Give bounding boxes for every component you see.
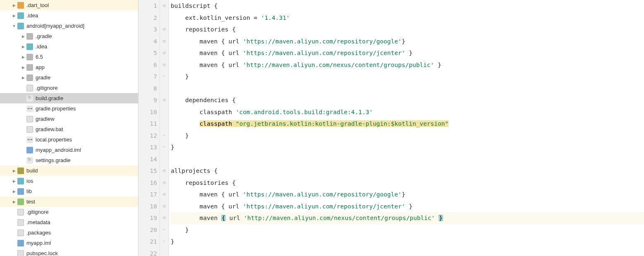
code-line[interactable]: classpath 'com.android.tools.build:gradl… <box>171 106 644 118</box>
line-number: 5 <box>146 47 157 59</box>
tree-item-localproperties[interactable]: ▶local.properties <box>0 134 138 145</box>
code-line[interactable]: repositories { <box>171 177 644 189</box>
code-token: maven { url <box>171 62 243 68</box>
fold-open-icon[interactable]: ⊟ <box>160 189 169 201</box>
fold-open-icon[interactable]: ⊟ <box>160 212 169 224</box>
chevron-right-icon[interactable]: ▶ <box>11 178 17 184</box>
code-line[interactable]: } <box>171 224 644 236</box>
code-line[interactable]: dependencies { <box>171 94 644 106</box>
tree-item-label: .metadata <box>26 219 50 225</box>
tree-item-gradlew[interactable]: ▶gradlew <box>0 114 138 124</box>
tree-item-buildgradle[interactable]: ▶build.gradle <box>0 93 138 103</box>
code-token: 'http://maven.aliyun.com/nexus/content/g… <box>244 215 435 221</box>
code-line[interactable]: maven { url 'https://maven.aliyun.com/re… <box>171 189 644 201</box>
code-area[interactable]: buildscript { ext.kotlin_version = '1.4.… <box>169 0 644 256</box>
code-line[interactable]: ext.kotlin_version = '1.4.31' <box>171 12 644 24</box>
tree-item-label: .idea <box>36 43 47 50</box>
file-icon <box>26 126 33 133</box>
tree-item-gitignore[interactable]: ▶.gitignore <box>0 207 138 217</box>
code-line[interactable]: repositories { <box>171 24 644 36</box>
tree-item-idea[interactable]: ▶.idea <box>0 10 138 21</box>
fold-open-icon[interactable]: ⊟ <box>160 59 169 71</box>
tree-item-build[interactable]: ▶build <box>0 165 138 176</box>
tree-item-settingsgradle[interactable]: ▶settings.gradle <box>0 155 138 165</box>
fold-close-icon[interactable]: ⌐ <box>160 236 169 248</box>
tree-item-65[interactable]: ▶6.5 <box>0 52 138 62</box>
code-token: url <box>226 215 244 221</box>
code-editor[interactable]: 12345678910111213141516171819202122 ⊟⊟⊟⊟… <box>138 0 644 256</box>
code-token: "org.jetbrains.kotlin:kotlin-gradle-plug… <box>236 120 448 127</box>
fold-none <box>160 12 169 24</box>
code-token: classpath <box>171 109 236 115</box>
line-number: 11 <box>146 118 157 130</box>
code-line[interactable]: } <box>171 130 644 142</box>
chevron-right-icon[interactable]: ▶ <box>11 199 17 205</box>
fold-open-icon[interactable]: ⊟ <box>160 24 169 36</box>
fold-open-icon[interactable]: ⊟ <box>160 36 169 48</box>
tree-item-test[interactable]: ▶test <box>0 196 138 207</box>
fold-close-icon[interactable]: ⌐ <box>160 141 169 153</box>
tree-item-app[interactable]: ▶app <box>0 62 138 72</box>
fold-open-icon[interactable]: ⊟ <box>160 94 169 106</box>
tree-item-packages[interactable]: ▶.packages <box>0 227 138 238</box>
tree-item-android[interactable]: ▼android [myapp_android] <box>0 21 138 31</box>
code-line[interactable]: } <box>171 71 644 83</box>
fold-close-icon[interactable]: ⌐ <box>160 71 169 83</box>
tree-item-lib[interactable]: ▶lib <box>0 186 138 196</box>
code-line[interactable]: } <box>171 141 644 153</box>
fold-open-icon[interactable]: ⊟ <box>160 177 169 189</box>
tree-item-metadata[interactable]: ▶.metadata <box>0 217 138 227</box>
fold-open-icon[interactable]: ⊟ <box>160 165 169 177</box>
tree-item-gitignore[interactable]: ▶.gitignore <box>0 83 138 93</box>
project-tree[interactable]: ▶.dart_tool▶.idea▼android [myapp_android… <box>0 0 138 256</box>
tree-item-myapp_androidiml[interactable]: ▶myapp_android.iml <box>0 145 138 155</box>
code-token: 'https://maven.aliyun.com/repository/jce… <box>243 50 405 56</box>
chevron-right-icon[interactable]: ▶ <box>20 54 26 60</box>
tree-item-gradle[interactable]: ▶gradle <box>0 72 138 83</box>
tree-item-pubspeclock[interactable]: ▶pubspec.lock <box>0 248 138 256</box>
chevron-right-icon[interactable]: ▶ <box>20 74 26 81</box>
code-line[interactable]: maven { url 'http://maven.aliyun.com/nex… <box>171 212 644 224</box>
code-line[interactable]: allprojects { <box>171 165 644 177</box>
code-line[interactable]: maven { url 'https://maven.aliyun.com/re… <box>171 47 644 59</box>
tree-item-gradleproperties[interactable]: ▶gradle.properties <box>0 103 138 114</box>
chevron-down-icon[interactable]: ▼ <box>11 23 17 29</box>
tree-item-label: local.properties <box>36 136 72 143</box>
chevron-right-icon[interactable]: ▶ <box>11 12 17 19</box>
code-line[interactable]: maven { url 'https://maven.aliyun.com/re… <box>171 201 644 213</box>
folder-icon <box>17 23 24 29</box>
fold-column[interactable]: ⊟⊟⊟⊟⊟⌐⊟⌐⌐⊟⊟⊟⊟⊟⌐⌐ <box>160 0 169 256</box>
code-token: } <box>171 238 174 245</box>
code-line[interactable] <box>171 83 644 95</box>
tree-item-ios[interactable]: ▶ios <box>0 176 138 186</box>
chevron-right-icon[interactable]: ▶ <box>20 64 26 71</box>
fold-open-icon[interactable]: ⊟ <box>160 0 169 12</box>
tree-item-idea[interactable]: ▶.idea <box>0 41 138 52</box>
code-line[interactable]: maven { url 'https://maven.aliyun.com/re… <box>171 36 644 48</box>
chevron-right-icon[interactable]: ▶ <box>20 43 26 50</box>
tree-item-label: gradlew <box>36 116 55 122</box>
tree-item-label: settings.gradle <box>36 157 71 163</box>
tree-item-label: build <box>26 167 38 174</box>
code-line[interactable]: classpath "org.jetbrains.kotlin:kotlin-g… <box>171 118 644 130</box>
fold-close-icon[interactable]: ⌐ <box>160 224 169 236</box>
tree-item-label: .gitignore <box>26 209 48 215</box>
fold-close-icon[interactable]: ⌐ <box>160 130 169 142</box>
chevron-right-icon[interactable]: ▶ <box>11 167 17 174</box>
fold-open-icon[interactable]: ⊟ <box>160 47 169 59</box>
tree-item-gradle[interactable]: ▶.gradle <box>0 31 138 41</box>
tree-item-gradlewbat[interactable]: ▶gradlew.bat <box>0 124 138 134</box>
code-line[interactable]: maven { url 'http://maven.aliyun.com/nex… <box>171 59 644 71</box>
line-number: 8 <box>146 83 157 95</box>
code-token: { <box>214 167 218 174</box>
tree-item-myappiml[interactable]: ▶myapp.iml <box>0 238 138 248</box>
code-line[interactable] <box>171 153 644 165</box>
chevron-right-icon[interactable]: ▶ <box>11 2 17 9</box>
fold-open-icon[interactable]: ⊟ <box>160 201 169 213</box>
tree-item-dart_tool[interactable]: ▶.dart_tool <box>0 0 138 10</box>
code-line[interactable] <box>171 248 644 256</box>
code-line[interactable]: } <box>171 236 644 248</box>
chevron-right-icon[interactable]: ▶ <box>20 33 26 40</box>
chevron-right-icon[interactable]: ▶ <box>11 188 17 195</box>
code-line[interactable]: buildscript { <box>171 0 644 12</box>
